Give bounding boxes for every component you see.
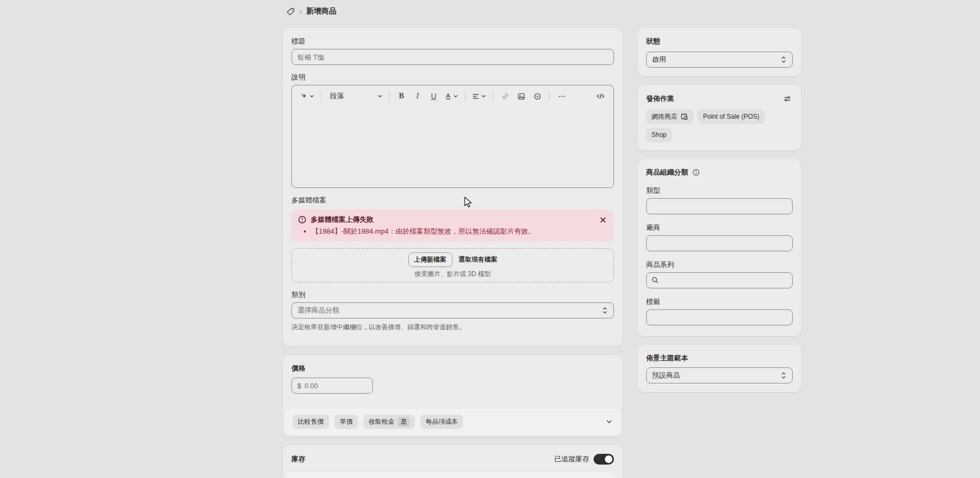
close-icon[interactable]: [598, 215, 608, 224]
pill-label: Shop: [652, 131, 667, 139]
theme-template-select[interactable]: 預設商品: [646, 367, 793, 383]
title-input[interactable]: [291, 49, 614, 65]
breadcrumb-chevron-icon: ›: [299, 7, 302, 16]
select-updown-icon: [780, 372, 787, 379]
organization-card: 商品組織分類 類型 廠商 商品系列: [638, 159, 801, 336]
tags-label: 標籤: [646, 297, 793, 307]
status-card: 狀態 啟用: [638, 28, 801, 76]
pill-label: Point of Sale (POS): [703, 113, 759, 120]
more-options-icon[interactable]: [554, 89, 569, 104]
toolbar-divider: [465, 91, 465, 102]
category-select-value: 選擇商品分類: [297, 306, 339, 315]
insert-video-icon[interactable]: [530, 89, 545, 104]
cost-per-item-pill[interactable]: 每品項成本: [420, 415, 463, 429]
compare-at-price-pill[interactable]: 比較售價: [292, 415, 329, 429]
unit-price-pill[interactable]: 單價: [334, 415, 358, 429]
category-helper: 決定稅率並新增中繼欄位，以改善搜尋、篩選和跨管道銷售。: [291, 323, 614, 331]
title-label: 標題: [291, 37, 614, 46]
error-detail: 【1984】-關於1984.mp4：由於檔案類型無效，所以無法確認影片有效。: [312, 227, 608, 236]
text-color-button[interactable]: [442, 89, 460, 104]
link-icon[interactable]: [498, 89, 513, 104]
collections-input[interactable]: [646, 272, 793, 288]
tax-value-badge: 是: [398, 417, 409, 427]
type-label: 類型: [646, 186, 793, 195]
media-dropzone[interactable]: 上傳新檔案 選取現有檔案 接受圖片、影片或 3D 模型: [291, 248, 614, 283]
toolbar-divider: [493, 91, 493, 102]
charge-tax-pill[interactable]: 收取稅金 是: [363, 415, 415, 429]
insert-image-icon[interactable]: [514, 89, 529, 104]
publishing-title: 發佈作業: [646, 94, 674, 104]
status-select-value: 啟用: [652, 55, 666, 64]
media-upload-error-banner: 多媒體檔案上傳失敗 【1984】-關於1984.mp4：由於檔案類型無效，所以無…: [291, 209, 614, 242]
italic-button[interactable]: I: [410, 89, 425, 104]
description-label: 說明: [291, 73, 614, 82]
bold-button[interactable]: B: [394, 89, 409, 104]
paragraph-style-dropdown[interactable]: 段落: [326, 89, 385, 104]
publishing-settings-sliders-icon[interactable]: [782, 93, 793, 104]
pill-label: 比較售價: [298, 417, 324, 426]
track-inventory-toggle[interactable]: [594, 454, 614, 465]
track-inventory-label: 已追蹤庫存: [554, 454, 589, 464]
sidebar-column: 狀態 啟用 發佈作業 網路商店: [638, 28, 801, 392]
info-icon[interactable]: [691, 168, 701, 177]
chevron-down-icon[interactable]: [605, 418, 613, 425]
collections-label: 商品系列: [646, 260, 793, 270]
tags-input[interactable]: [646, 309, 793, 325]
search-icon: [651, 276, 659, 284]
code-view-icon[interactable]: [593, 89, 608, 104]
ai-sparkle-button[interactable]: [297, 89, 317, 104]
currency-prefix: $: [297, 382, 301, 390]
calendar-clock-icon: [681, 113, 688, 120]
category-label: 類別: [291, 290, 614, 300]
pricing-options-panel: 比較售價 單價 收取稅金 是 每品項成本: [285, 409, 620, 434]
description-editor: 段落 B I U: [291, 85, 614, 188]
theme-template-card: 佈景主題範本 預設商品: [638, 345, 801, 392]
product-details-card: 標題 說明 段落 B I U: [283, 28, 623, 346]
breadcrumb: › 新增商品: [286, 6, 337, 16]
select-updown-icon: [780, 56, 787, 63]
description-textarea[interactable]: [292, 107, 613, 187]
inventory-subsection: [285, 472, 616, 478]
text-align-button[interactable]: [470, 89, 488, 104]
price-input[interactable]: [304, 382, 367, 390]
toolbar-divider: [549, 91, 550, 102]
pricing-card: 價格 $ 比較售價 單價 收取稅金 是 每品項成本: [283, 355, 623, 437]
vendor-input[interactable]: [646, 235, 793, 251]
paragraph-style-label: 段落: [328, 91, 346, 101]
main-column: 標題 說明 段落 B I U: [283, 28, 623, 478]
status-title: 狀態: [646, 37, 793, 46]
error-title: 多媒體檔案上傳失敗: [311, 215, 594, 224]
underline-button[interactable]: U: [426, 89, 441, 104]
inventory-card: 庫存 已追蹤庫存: [283, 445, 623, 478]
category-select[interactable]: 選擇商品分類: [291, 302, 614, 318]
products-tag-icon[interactable]: [286, 7, 295, 16]
price-field[interactable]: $: [291, 378, 373, 394]
pill-label: 收取稅金: [369, 417, 394, 426]
theme-template-title: 佈景主題範本: [646, 353, 793, 363]
toolbar-divider: [321, 91, 321, 102]
upload-new-file-button[interactable]: 上傳新檔案: [408, 252, 452, 267]
theme-template-value: 預設商品: [652, 371, 680, 380]
channel-pos-pill[interactable]: Point of Sale (POS): [698, 110, 765, 124]
editor-toolbar: 段落 B I U: [292, 85, 613, 107]
channel-online-store-pill[interactable]: 網路商店: [646, 110, 693, 124]
vendor-label: 廠商: [646, 223, 793, 233]
pill-label: 每品項成本: [426, 417, 458, 426]
page-title: 新增商品: [306, 6, 337, 16]
media-label: 多媒體檔案: [291, 195, 614, 205]
toolbar-divider: [389, 91, 390, 102]
error-alert-icon: [298, 215, 306, 224]
organization-title: 商品組織分類: [646, 168, 688, 177]
status-select[interactable]: 啟用: [646, 52, 793, 68]
publishing-card: 發佈作業 網路商店 Point of Sale (P: [638, 85, 801, 150]
select-updown-icon: [602, 307, 608, 314]
channel-shop-pill[interactable]: Shop: [646, 128, 672, 142]
pricing-title: 價格: [291, 364, 614, 373]
pill-label: 網路商店: [652, 112, 677, 121]
inventory-title: 庫存: [291, 454, 305, 464]
select-existing-file-button[interactable]: 選取現有檔案: [459, 255, 498, 264]
pill-label: 單價: [340, 417, 353, 426]
type-input[interactable]: [646, 198, 793, 214]
media-hint: 接受圖片、影片或 3D 模型: [414, 270, 491, 278]
